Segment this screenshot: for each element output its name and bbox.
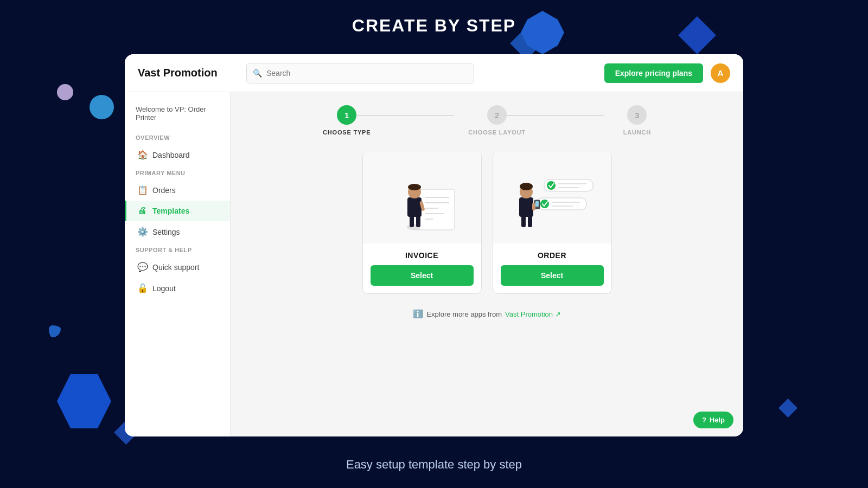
sidebar-section-overview: OVERVIEW	[125, 130, 230, 144]
svg-rect-23	[519, 197, 533, 217]
stepper: 1 CHOOSE TYPE 2 CHOOSE LAYOUT 3 LAUNCH	[248, 105, 726, 136]
step-2-label: CHOOSE LAYOUT	[468, 129, 525, 136]
step-1: 1 CHOOSE TYPE	[323, 105, 371, 136]
order-label: ORDER	[538, 251, 566, 260]
settings-icon: ⚙️	[137, 227, 147, 237]
body-area: Welcome to VP: Order Printer OVERVIEW 🏠 …	[125, 92, 743, 436]
step-3: 3 LAUNCH	[623, 105, 651, 136]
order-card: ORDER Select	[493, 151, 612, 294]
welcome-text: Welcome to VP: Order Printer	[125, 101, 230, 130]
help-icon: ?	[702, 416, 706, 424]
invoice-svg	[376, 157, 468, 238]
svg-rect-27	[535, 201, 539, 207]
invoice-card: INVOICE Select	[362, 151, 482, 294]
order-svg	[506, 157, 598, 238]
sidebar-item-settings[interactable]: ⚙️ Settings	[125, 221, 230, 242]
svg-point-11	[408, 184, 421, 190]
invoice-label: INVOICE	[405, 251, 438, 260]
sidebar-label-settings: Settings	[152, 228, 180, 236]
sidebar-section-support: SUPPORT & HELP	[125, 242, 230, 256]
sidebar-label-orders: Orders	[152, 186, 176, 195]
page-header: CREATE BY STEP	[0, 0, 868, 52]
page-footer: Easy setup template step by step	[0, 458, 868, 472]
sidebar-item-quick-support[interactable]: 💬 Quick support	[125, 256, 230, 278]
page-subtitle: Easy setup template step by step	[346, 458, 522, 472]
bg-circle-1	[57, 84, 73, 100]
help-button[interactable]: ? Help	[693, 412, 733, 428]
svg-rect-7	[410, 215, 414, 227]
home-icon: 🏠	[137, 150, 147, 160]
brand-name: Vast Promotion	[138, 67, 246, 79]
svg-point-14	[547, 181, 556, 190]
search-input[interactable]	[246, 63, 474, 84]
invoice-illustration	[363, 151, 481, 243]
explore-pricing-button[interactable]: Explore pricing plans	[604, 63, 703, 83]
sidebar-label-quick-support: Quick support	[152, 263, 199, 272]
order-select-button[interactable]: Select	[501, 265, 604, 286]
type-cards-row: INVOICE Select	[248, 151, 726, 294]
svg-point-18	[540, 200, 549, 208]
info-icon: ℹ️	[413, 309, 423, 319]
sidebar-label-logout: Logout	[152, 284, 176, 293]
chat-icon: 💬	[137, 262, 147, 272]
order-card-footer: ORDER Select	[493, 243, 611, 293]
svg-rect-8	[416, 215, 420, 227]
content-area: 1 CHOOSE TYPE 2 CHOOSE LAYOUT 3 LAUNCH	[231, 92, 743, 436]
svg-rect-21	[521, 215, 526, 227]
svg-point-25	[520, 183, 533, 190]
invoice-select-button[interactable]: Select	[371, 265, 474, 286]
bg-crystal-4	[57, 374, 111, 428]
sidebar-label-dashboard: Dashboard	[152, 151, 190, 159]
step-1-circle: 1	[337, 105, 356, 125]
topbar: Vast Promotion 🔍 Explore pricing plans A	[125, 54, 743, 92]
order-illustration	[493, 151, 611, 243]
explore-text: Explore more apps from	[426, 310, 502, 318]
bg-circle-3	[49, 325, 61, 337]
svg-rect-9	[407, 197, 422, 217]
avatar: A	[711, 63, 730, 83]
page-title: CREATE BY STEP	[352, 16, 516, 36]
main-card: Vast Promotion 🔍 Explore pricing plans A…	[125, 54, 743, 436]
templates-icon: 🖨	[137, 206, 147, 216]
bg-crystal-6	[778, 399, 797, 418]
help-label: Help	[710, 416, 725, 424]
svg-rect-28	[532, 203, 535, 210]
orders-icon: 📋	[137, 185, 147, 195]
bg-circle-2	[90, 95, 114, 119]
step-3-circle: 3	[627, 105, 647, 125]
step-2-circle: 2	[487, 105, 507, 125]
search-container: 🔍	[246, 63, 474, 84]
step-1-label: CHOOSE TYPE	[323, 129, 371, 136]
svg-rect-1	[419, 189, 455, 230]
invoice-card-footer: INVOICE Select	[363, 243, 481, 293]
sidebar-item-templates[interactable]: 🖨 Templates	[125, 201, 230, 221]
search-icon: 🔍	[253, 69, 262, 78]
sidebar-item-dashboard[interactable]: 🏠 Dashboard	[125, 144, 230, 165]
sidebar-section-primary: PRIMARY MENU	[125, 165, 230, 179]
vast-promotion-link[interactable]: Vast Promotion ↗	[505, 310, 561, 318]
step-3-label: LAUNCH	[623, 129, 651, 136]
sidebar-item-orders[interactable]: 📋 Orders	[125, 179, 230, 201]
step-2: 2 CHOOSE LAYOUT	[468, 105, 525, 136]
svg-rect-22	[528, 215, 532, 227]
explore-footer: ℹ️ Explore more apps from Vast Promotion…	[248, 309, 726, 319]
sidebar-label-templates: Templates	[152, 207, 189, 215]
logout-icon: 🔓	[137, 283, 147, 293]
topbar-right: Explore pricing plans A	[604, 63, 730, 83]
sidebar-item-logout[interactable]: 🔓 Logout	[125, 278, 230, 299]
sidebar: Welcome to VP: Order Printer OVERVIEW 🏠 …	[125, 92, 231, 436]
